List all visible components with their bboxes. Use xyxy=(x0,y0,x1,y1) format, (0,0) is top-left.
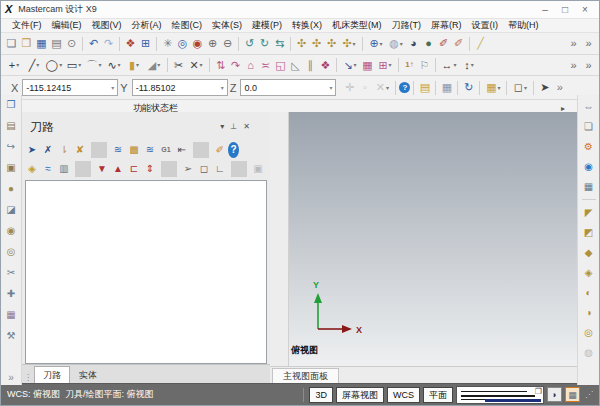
point-icon[interactable]: + xyxy=(4,57,24,73)
menu-create[interactable]: 绘图(C) xyxy=(167,19,208,32)
chain-icon[interactable]: ↪ xyxy=(3,139,19,154)
dynamic-rotate-icon[interactable]: ↺ xyxy=(242,36,257,52)
move-to-origin-icon[interactable]: ↘ xyxy=(340,57,360,73)
toggle-toolpath-display-icon[interactable]: ≈ xyxy=(40,161,56,177)
xform-rotate-icon[interactable]: ↷ xyxy=(228,57,243,73)
fit-window-icon[interactable]: ⇔ xyxy=(581,99,597,114)
line-icon[interactable]: ╱ xyxy=(24,57,44,73)
clear-entry-icon[interactable]: ✕ xyxy=(372,80,392,96)
select-window-icon[interactable]: ◻ xyxy=(196,161,212,177)
tab-grip[interactable]: ⋮ xyxy=(24,373,32,382)
filter-icon[interactable]: ▥ xyxy=(56,161,72,177)
viewport[interactable]: Y X 俯视图 xyxy=(288,112,578,366)
machine-properties-icon[interactable]: ❐ xyxy=(3,97,19,112)
dim-vertical-icon[interactable]: ↕ xyxy=(459,57,479,73)
stock-setup-icon[interactable]: ▤ xyxy=(3,118,19,133)
zoom-out-icon[interactable]: ⊖ xyxy=(220,36,235,52)
menu-model[interactable]: 建模(P) xyxy=(247,19,287,32)
wireframe-view-icon[interactable]: ⊕ xyxy=(366,36,386,52)
gnomon-side-icon[interactable]: ✣ xyxy=(324,36,339,52)
zoom-dynamic-icon[interactable]: ✳ xyxy=(160,36,175,52)
dropdown-arrow-icon[interactable]: ▾ xyxy=(329,84,332,91)
renumber-icon[interactable]: 1↑ xyxy=(402,57,417,73)
select-all-operations-icon[interactable]: ➤ xyxy=(24,142,40,158)
menu-view[interactable]: 视图(V) xyxy=(87,19,127,32)
machine-sim-icon[interactable]: ⚒ xyxy=(3,328,19,343)
help-icon[interactable]: ? xyxy=(399,82,410,93)
wcs-button[interactable]: WCS xyxy=(387,387,420,403)
add-tool-icon[interactable]: ✚ xyxy=(3,286,19,301)
rect-array-icon[interactable]: ▦ xyxy=(360,57,375,73)
menu-file[interactable]: 文件(F) xyxy=(7,19,47,32)
chamfer-icon[interactable]: ◢ xyxy=(144,57,164,73)
redo-icon[interactable]: ↷ xyxy=(101,36,116,52)
shaded-view-icon[interactable]: ◕ xyxy=(406,36,421,52)
material-render-icon[interactable]: ✐ xyxy=(436,36,451,52)
copy-operations-icon[interactable]: ▩ xyxy=(126,142,142,158)
surface-draft-icon[interactable]: ◈ xyxy=(581,265,597,280)
select-cursor-icon[interactable]: ➤ xyxy=(537,80,552,96)
rectangle-icon[interactable]: ▭ xyxy=(64,57,84,73)
shaded-edges-view-icon[interactable]: ● xyxy=(421,36,436,52)
menu-screen[interactable]: 屏幕(R) xyxy=(426,19,467,32)
open-file-icon[interactable]: ❒ xyxy=(19,36,34,52)
menu-edit[interactable]: 编辑(E) xyxy=(47,19,87,32)
info-icon[interactable]: ◉ xyxy=(581,159,597,174)
lock-icon[interactable]: ◈ xyxy=(24,161,40,177)
gnomon-front-icon[interactable]: ✣ xyxy=(309,36,324,52)
xform-mirror-icon[interactable]: ◺ xyxy=(288,57,303,73)
print-icon[interactable]: ▤ xyxy=(49,36,64,52)
help-icon[interactable]: ? xyxy=(228,142,239,158)
axes-toggle-button[interactable]: ▦ xyxy=(565,387,580,402)
mill-tool-icon[interactable]: ◉ xyxy=(3,223,19,238)
material-icon[interactable]: ● xyxy=(3,181,19,196)
move-down-icon[interactable]: ▼ xyxy=(94,161,110,177)
display-options-icon[interactable]: ▦ xyxy=(581,179,597,194)
cursor-point-icon[interactable]: ◦ xyxy=(357,80,372,96)
surface-revolve-icon[interactable]: ◑ xyxy=(581,305,597,320)
panel-menu-icon[interactable]: ▾ xyxy=(220,123,224,131)
coord-overflow-icon[interactable]: » xyxy=(552,80,567,96)
xform-offset-icon[interactable]: ⌂ xyxy=(243,57,258,73)
match-attributes-icon[interactable]: ▦ xyxy=(439,80,454,96)
backplot-icon[interactable]: ⇤ xyxy=(174,142,190,158)
solid-icon[interactable]: ▮ xyxy=(124,57,144,73)
z-coordinate-input[interactable]: 0.0 ▾ xyxy=(240,79,336,96)
screen-view-button[interactable]: 屏幕视图 xyxy=(336,387,384,403)
wire-icon[interactable]: ✂ xyxy=(3,265,19,280)
spline-icon[interactable]: ∿ xyxy=(104,57,124,73)
fit-screen-icon[interactable]: ❖ xyxy=(123,36,138,52)
view-orient-icon[interactable]: ⇆ xyxy=(272,36,287,52)
zoom-target-icon[interactable]: ◉ xyxy=(190,36,205,52)
pencil-line-icon[interactable]: ╱ xyxy=(473,36,488,52)
surface-sweep-icon[interactable]: ◎ xyxy=(581,325,597,340)
disabled-option-icon[interactable]: ▣ xyxy=(250,161,266,177)
fillet-icon[interactable]: ⌒ xyxy=(84,57,104,73)
undo-icon[interactable]: ↶ xyxy=(86,36,101,52)
gnomon-top-icon[interactable]: ✣ xyxy=(294,36,309,52)
regen-selected-icon[interactable]: ≋ xyxy=(142,142,158,158)
xform-scale-icon[interactable]: ◱ xyxy=(273,57,288,73)
move-up-icon[interactable]: ▲ xyxy=(110,161,126,177)
note-icon[interactable]: ⚐ xyxy=(417,57,432,73)
stock-model-icon[interactable]: ◪ xyxy=(3,202,19,217)
trim-icon[interactable]: ✂ xyxy=(171,57,186,73)
print-preview-icon[interactable]: ⊙ xyxy=(64,36,79,52)
toolbar-overflow-icon[interactable]: » xyxy=(566,36,581,52)
toolbar2-overflow2-icon[interactable]: » xyxy=(581,57,596,73)
gview-3d-button[interactable]: 3D xyxy=(309,387,333,403)
maximize-button[interactable]: □ xyxy=(555,2,575,17)
selection-window-icon[interactable]: ◻ xyxy=(510,80,530,96)
gnomon-iso-icon[interactable]: ✣ xyxy=(339,36,359,52)
repaint-icon[interactable]: ⊞ xyxy=(138,36,153,52)
select-tool-ops-icon[interactable]: ⇂ xyxy=(56,142,72,158)
zoom-window-icon[interactable]: ◎ xyxy=(175,36,190,52)
dropdown-arrow-icon[interactable]: ▾ xyxy=(111,84,114,91)
deselect-tool-ops-icon[interactable]: ✘ xyxy=(72,142,88,158)
regen-all-icon[interactable]: ≋ xyxy=(110,142,126,158)
new-file-icon[interactable]: ❏ xyxy=(4,36,19,52)
pan-icon[interactable]: ↻ xyxy=(257,36,272,52)
surface-disabled-icon[interactable]: ◍ xyxy=(581,345,597,360)
zoom-in-icon[interactable]: ⊕ xyxy=(205,36,220,52)
geometry-icon[interactable]: ∟ xyxy=(212,161,228,177)
